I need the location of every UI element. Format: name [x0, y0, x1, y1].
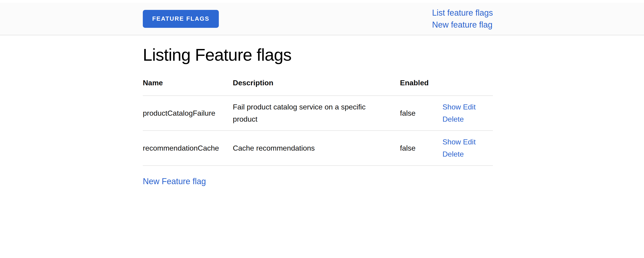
cell-flag-description: Cache recommendations	[226, 130, 393, 166]
feature-flags-table: Name Description Enabled productCatalogF…	[143, 77, 493, 166]
table-row: productCatalogFailure Fail product catal…	[143, 96, 493, 130]
column-header-description: Description	[226, 77, 393, 96]
show-link[interactable]: Show	[442, 103, 461, 111]
main-content: Listing Feature flags Name Description E…	[143, 45, 493, 187]
header-nav: List feature flags New feature flag	[432, 7, 493, 31]
cell-flag-actions: Show Edit Delete	[436, 96, 493, 130]
table-header-row: Name Description Enabled	[143, 77, 493, 96]
header-container: FEATURE FLAGS List feature flags New fea…	[143, 3, 493, 35]
cell-flag-enabled: false	[393, 96, 436, 130]
table-row: recommendationCache Cache recommendation…	[143, 130, 493, 166]
column-header-name: Name	[143, 77, 226, 96]
delete-link[interactable]: Delete	[442, 150, 464, 158]
cell-flag-name: productCatalogFailure	[143, 96, 226, 130]
cell-flag-enabled: false	[393, 130, 436, 166]
app-header: FEATURE FLAGS List feature flags New fea…	[0, 3, 644, 35]
column-header-actions	[436, 77, 493, 96]
edit-link[interactable]: Edit	[463, 103, 476, 111]
column-header-enabled: Enabled	[393, 77, 436, 96]
nav-link-new-feature-flag[interactable]: New feature flag	[432, 19, 492, 31]
nav-link-list-feature-flags[interactable]: List feature flags	[432, 7, 493, 19]
new-feature-flag-link[interactable]: New Feature flag	[143, 177, 206, 186]
page-title: Listing Feature flags	[143, 45, 493, 65]
cell-flag-actions: Show Edit Delete	[436, 130, 493, 166]
cell-flag-description: Fail product catalog service on a specif…	[226, 96, 393, 130]
feature-flags-brand-button[interactable]: FEATURE FLAGS	[143, 10, 219, 28]
edit-link[interactable]: Edit	[463, 138, 476, 146]
show-link[interactable]: Show	[442, 138, 461, 146]
delete-link[interactable]: Delete	[442, 115, 464, 123]
new-feature-flag-wrap: New Feature flag	[143, 175, 493, 187]
cell-flag-name: recommendationCache	[143, 130, 226, 166]
